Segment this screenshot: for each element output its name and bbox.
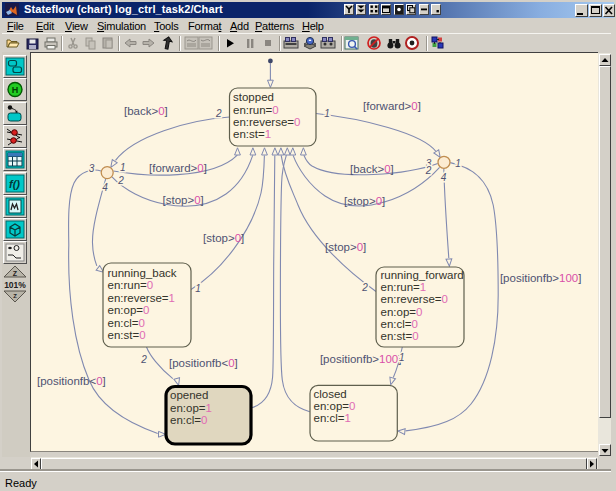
svg-text:4: 4 [102, 182, 108, 193]
svg-text:2: 2 [215, 108, 222, 119]
svg-text:1: 1 [324, 108, 330, 119]
svg-text:en:st=1: en:st=1 [233, 128, 271, 140]
svg-text:en:cl=0: en:cl=0 [108, 317, 145, 329]
svg-text:running_back: running_back [108, 267, 177, 279]
svg-text:en:op=0: en:op=0 [381, 306, 423, 318]
svg-text:3: 3 [89, 163, 95, 174]
svg-text:opened: opened [170, 389, 208, 401]
svg-text:1: 1 [120, 162, 126, 173]
svg-text:2: 2 [361, 282, 368, 293]
svg-text:2: 2 [425, 165, 432, 176]
svg-text:[stop>0]: [stop>0] [203, 232, 244, 244]
svg-text:en:cl=1: en:cl=1 [314, 412, 351, 424]
svg-text:en:run=0: en:run=0 [233, 104, 279, 116]
svg-text:en:st=0: en:st=0 [108, 329, 146, 341]
svg-text:[positionfb<0]: [positionfb<0] [169, 357, 238, 369]
svg-text:en:reverse=0: en:reverse=0 [381, 293, 448, 305]
svg-text:en:st=0: en:st=0 [381, 330, 419, 342]
svg-text:running_forward: running_forward [381, 269, 464, 281]
svg-text:[back>0]: [back>0] [124, 105, 168, 117]
svg-text:en:reverse=0: en:reverse=0 [233, 116, 300, 128]
svg-text:en:reverse=1: en:reverse=1 [108, 292, 175, 304]
svg-text:stopped: stopped [233, 91, 274, 103]
svg-text:[stop>0]: [stop>0] [344, 195, 385, 207]
svg-text:[positionfb>100]: [positionfb>100] [500, 272, 582, 284]
svg-text:[stop>0]: [stop>0] [163, 194, 204, 206]
svg-text:1: 1 [195, 283, 201, 294]
svg-text:1: 1 [399, 352, 405, 363]
svg-text:en:run=1: en:run=1 [381, 281, 427, 293]
svg-text:2: 2 [117, 175, 124, 186]
svg-text:[forward>0]: [forward>0] [149, 162, 207, 174]
svg-text:en:run=0: en:run=0 [108, 279, 154, 291]
svg-text:en:cl=0: en:cl=0 [381, 318, 418, 330]
svg-text:closed: closed [314, 388, 347, 400]
svg-text:en:op=1: en:op=1 [170, 402, 212, 414]
svg-text:en:op=0: en:op=0 [108, 304, 150, 316]
svg-text:[forward>0]: [forward>0] [363, 100, 421, 112]
svg-text:[back>0]: [back>0] [350, 163, 394, 175]
svg-text:en:op=0: en:op=0 [314, 400, 356, 412]
svg-text:[stop>0]: [stop>0] [325, 241, 366, 253]
svg-text:en:cl=0: en:cl=0 [170, 414, 207, 426]
svg-text:[positionfb<0]: [positionfb<0] [37, 375, 106, 387]
svg-text:[positionfb>100]: [positionfb>100] [320, 353, 402, 365]
svg-text:4: 4 [441, 172, 447, 183]
svg-text:1: 1 [455, 158, 461, 169]
svg-text:2: 2 [140, 354, 147, 365]
